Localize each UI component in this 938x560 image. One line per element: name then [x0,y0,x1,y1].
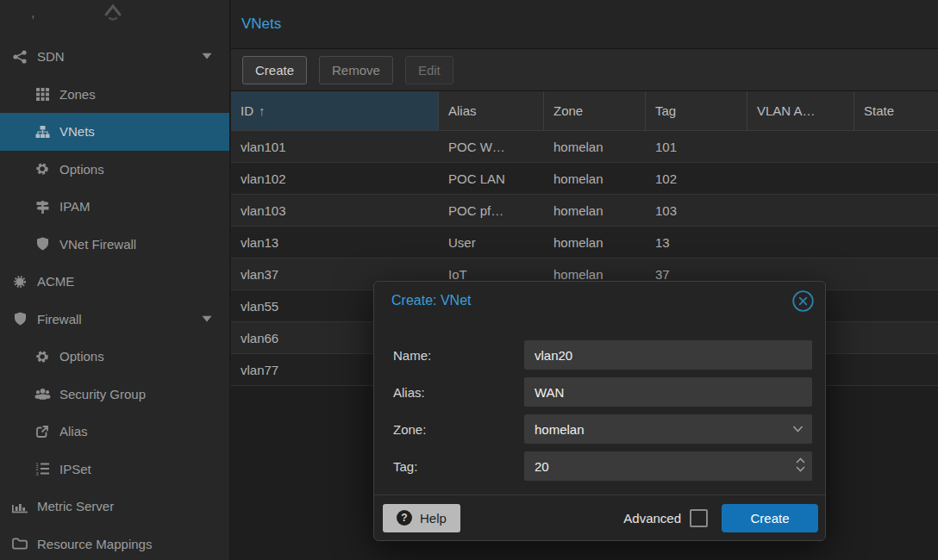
list-ol-icon: 123 [33,462,52,476]
sidebar-item-ipam[interactable]: IPAM [0,188,229,226]
tag-spinner[interactable]: 20 [524,451,812,481]
signpost-icon [33,199,52,214]
tag-value: 20 [535,459,549,474]
tag-field-label: Tag: [393,459,524,474]
sidebar-item-vnets[interactable]: VNets [0,113,229,151]
column-header-zone[interactable]: Zone [544,91,646,130]
spinner-buttons[interactable] [796,457,805,472]
column-header-tag[interactable]: Tag [646,91,747,130]
external-link-icon [33,424,52,439]
spinner-up-icon[interactable] [796,457,805,464]
sort-ascending-icon: ↑ [259,103,266,118]
sidebar-item-acme[interactable]: ACME [0,263,229,301]
cell-id: vlan37 [231,267,439,282]
cell-zone: homelan [544,140,646,154]
column-header-label: State [864,103,894,118]
create-vnet-dialog: Create: VNet Name:vlan20Alias:WANZone:ho… [373,281,826,541]
zone-field-label: Zone: [393,422,524,437]
caret-down-icon [202,53,212,59]
help-button[interactable]: ? Help [383,504,460,532]
column-header-state[interactable]: State [854,91,938,130]
cell-tag: 13 [646,235,747,250]
cell-alias: POC LAN [439,171,544,186]
cell-alias: User [439,235,544,250]
sitemap-icon [33,124,52,139]
clipped-tree-item-text: , [31,5,34,21]
shield-icon [10,312,29,327]
shield-icon [33,237,52,252]
dialog-header: Create: VNet [374,282,825,320]
sidebar-item-metric-server[interactable]: Metric Server [0,488,229,526]
sidebar-item-label: SDN [37,49,65,64]
cell-zone: homelan [544,235,646,250]
create-button[interactable]: Create [242,56,307,84]
column-header-label: Tag [655,103,676,118]
sidebar-item-ipset[interactable]: 123IPSet [0,451,229,488]
column-header-alias[interactable]: Alias [439,91,544,130]
sidebar-item-zones[interactable]: Zones [0,76,229,114]
sidebar-item-label: Zones [59,87,96,102]
chevron-up-icon [98,0,128,24]
edit-button[interactable]: Edit [405,56,453,84]
sidebar-scroll-hint: , [0,0,229,38]
sidebar-item-alias[interactable]: Alias [0,413,229,451]
cell-zone: homelan [544,267,646,282]
zone-select[interactable]: homelan [524,414,812,444]
gear-icon [33,162,52,177]
cell-tag: 102 [646,171,747,186]
zone-field-row: Zone:homelan [393,414,812,444]
name-input[interactable]: vlan20 [524,340,812,370]
dialog-create-button[interactable]: Create [722,504,818,532]
cell-id: vlan103 [231,203,439,218]
sidebar-item-label: Options [59,349,104,364]
chevron-down-icon [792,426,804,432]
toolbar: CreateRemoveEdit [231,49,938,91]
table-row-vlan103[interactable]: vlan103POC pf…homelan103 [231,195,938,227]
column-header-id[interactable]: ID↑ [231,91,439,130]
folder-icon [10,537,29,551]
sidebar-item-label: Security Group [59,387,146,401]
page-title: VNets [241,16,281,33]
sidebar-nav: SDNZonesVNetsOptionsIPAMVNet FirewallACM… [0,38,229,560]
remove-button[interactable]: Remove [319,56,393,84]
column-header-label: ID [241,103,253,118]
name-field-row: Name:vlan20 [393,340,812,370]
table-row-vlan13[interactable]: vlan13Userhomelan13 [231,227,938,258]
zone-value: homelan [535,422,585,437]
table-row-vlan102[interactable]: vlan102POC LANhomelan102 [231,163,938,195]
dialog-body: Name:vlan20Alias:WANZone:homelanTag:20 [374,320,825,481]
certificate-icon [10,274,29,289]
sidebar-item-label: IPAM [59,199,91,214]
column-header-vlan-a-[interactable]: VLAN A… [747,91,854,130]
column-header-label: VLAN A… [757,103,816,118]
question-circle-icon: ? [397,510,412,526]
sidebar-item-label: Metric Server [37,499,114,513]
alias-input[interactable]: WAN [524,377,812,407]
sidebar-item-sdn[interactable]: SDN [0,38,229,76]
sidebar-item-label: VNet Firewall [59,237,136,252]
name-value: vlan20 [535,348,572,363]
alias-value: WAN [535,385,564,400]
bar-chart-icon [10,499,29,513]
help-button-label: Help [420,511,447,526]
close-icon[interactable] [791,289,815,313]
dialog-footer: ? Help Advanced Create [374,495,825,540]
sidebar-item-resource-mappings[interactable]: Resource Mappings [0,526,229,560]
spinner-down-icon[interactable] [796,466,805,472]
grid-icon [33,87,52,102]
table-row-vlan101[interactable]: vlan101POC W…homelan101 [231,131,938,163]
advanced-checkbox[interactable] [690,509,708,527]
sidebar-item-label: IPSet [59,462,91,476]
panel-header: VNets [231,0,938,49]
proxmox-app: , SDNZonesVNetsOptionsIPAMVNet FirewallA… [0,0,938,560]
svg-text:3: 3 [36,471,39,476]
sidebar-item-firewall-options[interactable]: Options [0,338,229,376]
sidebar-item-vnet-firewall[interactable]: VNet Firewall [0,226,229,264]
gear-icon [33,349,52,364]
cell-id: vlan13 [231,235,439,250]
table-header-row: ID↑AliasZoneTagVLAN A…State [231,91,938,131]
sidebar-item-sdn-options[interactable]: Options [0,151,229,189]
cell-alias: POC pf… [439,203,544,218]
sidebar-item-firewall[interactable]: Firewall [0,301,229,339]
sidebar-item-security-group[interactable]: Security Group [0,376,229,414]
